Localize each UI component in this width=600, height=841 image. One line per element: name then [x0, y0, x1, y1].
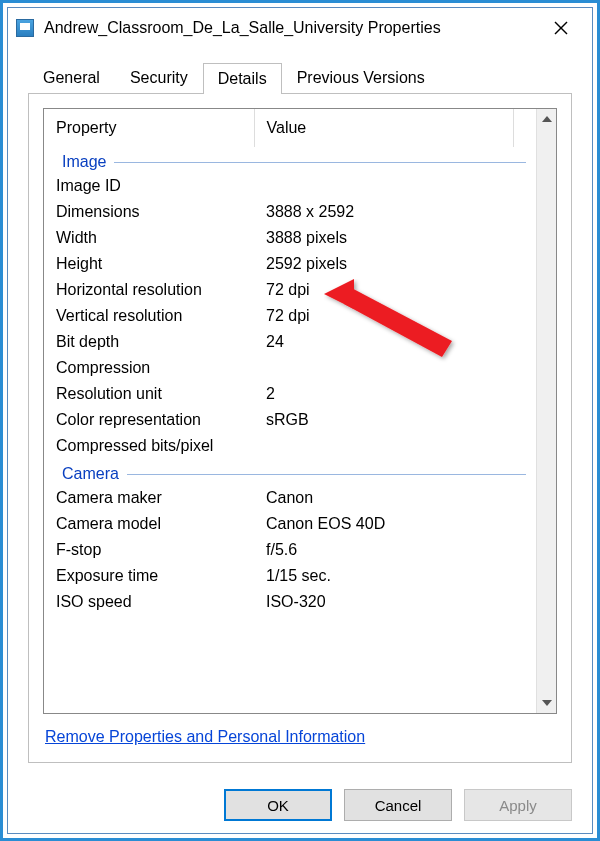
column-header-property[interactable]: Property	[44, 109, 254, 147]
prop-vertical-resolution[interactable]: Vertical resolution72 dpi	[44, 303, 536, 329]
tab-general[interactable]: General	[28, 62, 115, 93]
prop-f-stop[interactable]: F-stopf/5.6	[44, 537, 536, 563]
vertical-scrollbar[interactable]	[536, 109, 556, 713]
link-row: Remove Properties and Personal Informati…	[43, 714, 557, 748]
prop-color-representation[interactable]: Color representationsRGB	[44, 407, 536, 433]
tab-details[interactable]: Details	[203, 63, 282, 94]
tab-security[interactable]: Security	[115, 62, 203, 93]
group-divider	[114, 162, 526, 163]
group-label: Image	[62, 153, 106, 171]
close-icon	[554, 21, 568, 35]
prop-compression[interactable]: Compression	[44, 355, 536, 381]
prop-camera-maker[interactable]: Camera makerCanon	[44, 485, 536, 511]
ok-button[interactable]: OK	[224, 789, 332, 821]
prop-image-id[interactable]: Image ID	[44, 173, 536, 199]
prop-resolution-unit[interactable]: Resolution unit2	[44, 381, 536, 407]
scroll-down-button[interactable]	[537, 693, 556, 713]
apply-button: Apply	[464, 789, 572, 821]
scroll-up-button[interactable]	[537, 109, 556, 129]
column-headers: Property Value	[44, 109, 536, 147]
button-bar: OK Cancel Apply	[8, 777, 592, 833]
cancel-button[interactable]: Cancel	[344, 789, 452, 821]
image-file-icon	[16, 19, 34, 37]
property-table: Property Value Image	[44, 109, 536, 615]
prop-camera-model[interactable]: Camera modelCanon EOS 40D	[44, 511, 536, 537]
prop-compressed-bits-per-pixel[interactable]: Compressed bits/pixel	[44, 433, 536, 459]
close-button[interactable]	[538, 13, 584, 43]
group-camera: Camera	[44, 459, 536, 485]
column-header-value[interactable]: Value	[254, 109, 514, 147]
group-image: Image	[44, 147, 536, 173]
property-scroll: Property Value Image	[44, 109, 536, 713]
chevron-up-icon	[542, 116, 552, 122]
group-label: Camera	[62, 465, 119, 483]
tab-panel-details: Property Value Image	[28, 93, 572, 763]
prop-width[interactable]: Width3888 pixels	[44, 225, 536, 251]
tab-previous-versions[interactable]: Previous Versions	[282, 62, 440, 93]
group-divider	[127, 474, 526, 475]
property-listbox[interactable]: Property Value Image	[43, 108, 557, 714]
prop-horizontal-resolution[interactable]: Horizontal resolution72 dpi	[44, 277, 536, 303]
prop-height[interactable]: Height2592 pixels	[44, 251, 536, 277]
client-area: General Security Details Previous Versio…	[8, 48, 592, 777]
prop-dimensions[interactable]: Dimensions3888 x 2592	[44, 199, 536, 225]
window-title: Andrew_Classroom_De_La_Salle_University …	[44, 19, 538, 37]
chevron-down-icon	[542, 700, 552, 706]
tab-row: General Security Details Previous Versio…	[28, 62, 572, 93]
properties-dialog: Andrew_Classroom_De_La_Salle_University …	[7, 7, 593, 834]
prop-bit-depth[interactable]: Bit depth24	[44, 329, 536, 355]
remove-properties-link[interactable]: Remove Properties and Personal Informati…	[45, 728, 365, 745]
titlebar: Andrew_Classroom_De_La_Salle_University …	[8, 8, 592, 48]
prop-exposure-time[interactable]: Exposure time1/15 sec.	[44, 563, 536, 589]
prop-iso-speed[interactable]: ISO speedISO-320	[44, 589, 536, 615]
